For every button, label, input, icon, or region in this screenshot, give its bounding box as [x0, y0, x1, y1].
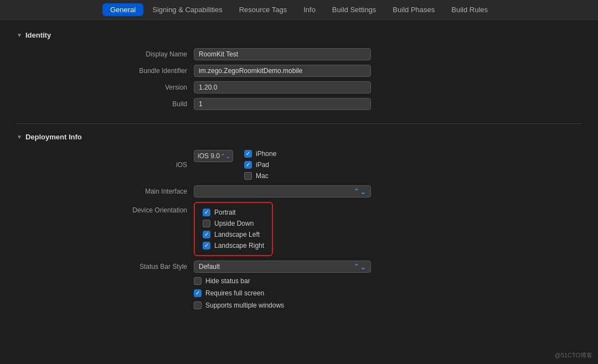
upside-down-label: Upside Down: [214, 220, 254, 227]
display-name-row: Display Name: [28, 48, 581, 60]
identity-section-header[interactable]: ▼ Identity: [17, 31, 581, 39]
deployment-section-label: Deployment Info: [25, 133, 82, 141]
supports-multiple-windows-label: Supports multiple windows: [205, 301, 284, 309]
build-input[interactable]: [194, 98, 371, 110]
tab-build-phases[interactable]: Build Phases: [385, 3, 442, 16]
deployment-chevron-icon: ▼: [17, 134, 22, 140]
requires-full-screen-label: Requires full screen: [205, 289, 264, 297]
tab-info[interactable]: Info: [296, 3, 323, 16]
portrait-row: Portrait: [203, 209, 264, 216]
upside-down-row: Upside Down: [203, 220, 264, 227]
main-interface-label: Main Interface: [28, 188, 194, 195]
bundle-id-input[interactable]: [194, 65, 371, 77]
status-bar-style-row: Status Bar Style Default ⌃⌄: [28, 261, 581, 273]
hide-status-bar-row: Hide status bar: [28, 277, 581, 285]
build-row: Build: [28, 98, 581, 110]
tab-signing[interactable]: Signing & Capabilities: [145, 3, 230, 16]
orientation-box: Portrait Upside Down Landscape Left Land…: [194, 202, 273, 256]
version-row: Version: [28, 81, 581, 93]
landscape-right-row: Landscape Right: [203, 242, 264, 249]
ipad-label: iPad: [256, 161, 269, 169]
ios-version-label: iOS: [28, 161, 194, 169]
landscape-left-label: Landscape Left: [214, 231, 260, 238]
ios-version-selector[interactable]: iOS 9.0 ⌃⌄: [194, 150, 233, 162]
deployment-section-header[interactable]: ▼ Deployment Info: [17, 133, 581, 141]
landscape-right-checkbox[interactable]: [203, 242, 210, 249]
landscape-left-row: Landscape Left: [203, 231, 264, 238]
iphone-row: iPhone: [244, 150, 276, 158]
requires-full-screen-checkbox[interactable]: [194, 289, 202, 297]
bundle-id-row: Bundle Identifier: [28, 65, 581, 77]
ipad-row: iPad: [244, 161, 276, 169]
display-name-input[interactable]: [194, 48, 371, 60]
hide-status-bar-checkbox-row: Hide status bar: [194, 277, 250, 285]
status-bar-style-wrapper: Default ⌃⌄: [194, 261, 371, 273]
ios-version-row: iOS iOS 9.0 ⌃⌄ iPhone iPad: [28, 150, 581, 180]
requires-full-screen-checkbox-row: Requires full screen: [194, 289, 264, 297]
supports-multiple-windows-checkbox-row: Supports multiple windows: [194, 301, 284, 309]
main-content: ▼ Identity Display Name Bundle Identifie…: [0, 20, 598, 363]
main-interface-select[interactable]: [194, 185, 371, 197]
status-bar-style-label: Status Bar Style: [28, 263, 194, 271]
requires-full-screen-row: Requires full screen: [28, 289, 581, 297]
upside-down-checkbox[interactable]: [203, 220, 210, 227]
iphone-checkbox[interactable]: [244, 150, 252, 158]
tab-general[interactable]: General: [102, 3, 143, 16]
device-type-checkboxes: iPhone iPad Mac: [244, 150, 276, 180]
mac-label: Mac: [256, 172, 269, 180]
device-orientation-label: Device Orientation: [28, 202, 194, 214]
deployment-form: iOS iOS 9.0 ⌃⌄ iPhone iPad: [28, 150, 581, 309]
identity-form: Display Name Bundle Identifier Version B…: [28, 48, 581, 110]
tab-bar: General Signing & Capabilities Resource …: [0, 0, 598, 20]
version-input[interactable]: [194, 81, 371, 93]
tab-build-settings[interactable]: Build Settings: [324, 3, 384, 16]
status-bar-style-select[interactable]: Default: [194, 261, 371, 273]
identity-section-label: Identity: [25, 31, 51, 39]
identity-chevron-icon: ▼: [17, 32, 22, 38]
supports-multiple-windows-checkbox[interactable]: [194, 301, 202, 309]
iphone-label: iPhone: [256, 150, 276, 158]
main-interface-select-wrapper: ⌃⌄: [194, 185, 371, 197]
landscape-right-label: Landscape Right: [214, 242, 264, 249]
version-label: Version: [28, 84, 194, 91]
supports-multiple-windows-row: Supports multiple windows: [28, 301, 581, 309]
tab-build-rules[interactable]: Build Rules: [444, 3, 496, 16]
mac-checkbox[interactable]: [244, 172, 252, 180]
bundle-id-label: Bundle Identifier: [28, 67, 194, 75]
device-orientation-row: Device Orientation Portrait Upside Down …: [28, 202, 581, 256]
separator-1: [17, 123, 581, 124]
watermark: @51CTO博客: [555, 351, 592, 360]
mac-row: Mac: [244, 172, 276, 180]
hide-status-bar-label: Hide status bar: [205, 277, 250, 285]
build-label: Build: [28, 100, 194, 108]
ipad-checkbox[interactable]: [244, 161, 252, 169]
tab-resource-tags[interactable]: Resource Tags: [231, 3, 295, 16]
landscape-left-checkbox[interactable]: [203, 231, 210, 238]
ios-version-select[interactable]: iOS 9.0: [194, 150, 233, 162]
portrait-label: Portrait: [214, 209, 236, 216]
hide-status-bar-checkbox[interactable]: [194, 277, 202, 285]
main-interface-row: Main Interface ⌃⌄: [28, 185, 581, 197]
display-name-label: Display Name: [28, 50, 194, 58]
portrait-checkbox[interactable]: [203, 209, 210, 216]
